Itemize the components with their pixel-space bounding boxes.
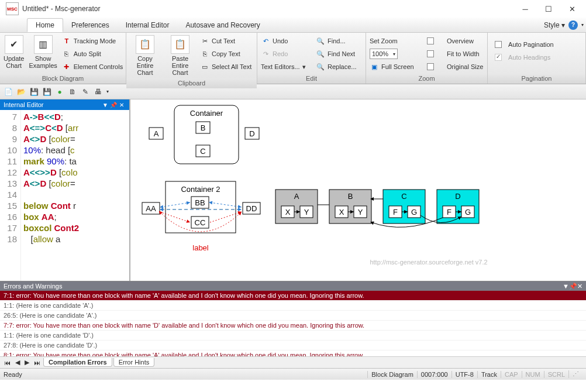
orig-size-button[interactable]: Original Size xyxy=(426,61,484,73)
auto-split-button[interactable]: ⎘Auto Split xyxy=(61,48,124,60)
save-icon[interactable]: 💾 xyxy=(29,87,39,97)
svg-text:X: X xyxy=(339,208,344,216)
error-row[interactable]: 8:1: error: You have more than one block… xyxy=(0,350,586,356)
tab-preferences[interactable]: Preferences xyxy=(63,19,118,32)
svg-text:C: C xyxy=(200,147,205,156)
status-cap: CAP xyxy=(501,371,522,378)
export-icon[interactable]: 🗎 xyxy=(68,87,77,97)
workarea: Internal Editor ▼ 📌 ✕ 789101112131415161… xyxy=(0,99,586,281)
scissors-icon: ✂ xyxy=(200,36,209,46)
svg-text:C: C xyxy=(401,192,406,201)
style-dropdown[interactable]: Style ▾ xyxy=(540,21,568,29)
svg-text:AA: AA xyxy=(146,204,156,213)
tab-internal-editor[interactable]: Internal Editor xyxy=(118,19,178,32)
element-controls-button[interactable]: ✚Element Controls xyxy=(61,61,124,73)
svg-text:A: A xyxy=(154,129,159,138)
error-row[interactable]: 1:1: (Here is one candidate 'D'.) xyxy=(0,331,586,341)
new-icon[interactable]: 📄 xyxy=(4,87,13,97)
errors-close-icon[interactable]: ✕ xyxy=(577,283,582,290)
chart-canvas[interactable]: Container B C A D Container 2 BB CC AA D… xyxy=(130,99,586,281)
tracking-icon: T xyxy=(62,36,71,46)
errors-list[interactable]: 7:1: error: You have more than one block… xyxy=(0,291,586,356)
svg-text:G: G xyxy=(411,208,417,216)
fullscreen-button[interactable]: ▣Full Screen xyxy=(368,61,423,73)
svg-text:G: G xyxy=(465,208,471,216)
auto-headings-toggle[interactable]: Auto Headings xyxy=(494,51,555,63)
svg-text:B: B xyxy=(201,123,206,132)
err-prev-icon[interactable]: ◀ xyxy=(13,359,22,366)
text-editors-button[interactable]: Text Editors... ▾ xyxy=(260,61,312,73)
maximize-button[interactable]: ☐ xyxy=(537,1,560,17)
error-row[interactable]: 7:1: error: You have more than one block… xyxy=(0,291,586,301)
svg-text:F: F xyxy=(393,208,398,216)
window-title: Untitled* - Msc-generator xyxy=(22,5,513,13)
error-row[interactable]: 27:8: (Here is one candidate 'D'.) xyxy=(0,341,586,350)
status-scrl: SCRL xyxy=(544,371,568,378)
err-next-icon[interactable]: ▶ xyxy=(23,359,31,366)
error-row[interactable]: 7:7: error: You have more than one block… xyxy=(0,321,586,331)
error-row[interactable]: 1:1: (Here is one candidate 'A'.) xyxy=(0,301,586,311)
undo-button[interactable]: ↶Undo xyxy=(260,35,312,47)
resize-grip-icon[interactable]: ⋰ xyxy=(568,370,582,378)
run-icon[interactable]: ● xyxy=(55,87,64,97)
find-next-button[interactable]: 🔍Find Next xyxy=(315,48,358,60)
err-first-icon[interactable]: ⏮ xyxy=(2,359,12,366)
copy-text-button[interactable]: ⎘Copy Text xyxy=(199,48,253,60)
fit-width-button[interactable]: Fit to Width xyxy=(426,48,484,60)
tab-compilation-errors[interactable]: Compilation Errors xyxy=(43,358,112,367)
group-block-diagram: Block Diagram xyxy=(0,74,126,84)
undo-icon: ↶ xyxy=(261,36,270,46)
select-icon: ▭ xyxy=(200,62,209,71)
select-all-button[interactable]: ▭Select All Text xyxy=(199,61,253,73)
svg-text:Y: Y xyxy=(358,208,363,216)
svg-text:Y: Y xyxy=(304,208,309,216)
controls-icon: ✚ xyxy=(62,62,71,71)
close-button[interactable]: ✕ xyxy=(560,1,584,17)
redo-icon: ↷ xyxy=(261,49,270,59)
editor-pin-icon[interactable]: 📌 xyxy=(109,102,118,108)
errors-title: Errors and Warnings ▼ 📌 ✕ xyxy=(0,281,586,291)
copy-chart-button[interactable]: 📋Copy Entire Chart xyxy=(129,34,161,77)
edit-icon[interactable]: ✎ xyxy=(81,87,90,97)
status-pos: 0007:000 xyxy=(417,371,451,378)
err-last-icon[interactable]: ⏭ xyxy=(32,359,42,366)
editor-dropdown-icon[interactable]: ▼ xyxy=(101,102,109,108)
editor-title: Internal Editor ▼ 📌 ✕ xyxy=(0,99,129,110)
saveas-icon[interactable]: 💾 xyxy=(42,87,51,97)
code-editor[interactable]: 789101112131415161718 A->B<<D;A<=>C<D [a… xyxy=(0,110,129,281)
minimize-button[interactable]: ─ xyxy=(513,1,537,17)
find-button[interactable]: 🔍Find... xyxy=(315,35,358,47)
errors-pane: Errors and Warnings ▼ 📌 ✕ 7:1: error: Yo… xyxy=(0,281,586,368)
tab-error-hints[interactable]: Error Hints xyxy=(113,358,155,367)
copy-icon: ⎘ xyxy=(200,49,209,59)
overview-button[interactable]: Overview xyxy=(426,35,484,47)
show-examples-button[interactable]: ▥Show Examples xyxy=(27,34,58,70)
tab-autosave[interactable]: Autosave and Recovery xyxy=(177,19,268,32)
help-icon[interactable]: ? xyxy=(568,20,578,30)
group-edit: Edit xyxy=(257,74,366,84)
paste-chart-button[interactable]: 📋Paste Entire Chart xyxy=(164,34,197,77)
errors-dropdown-icon[interactable]: ▼ xyxy=(563,283,569,290)
replace-button[interactable]: 🔍Replace... xyxy=(315,61,358,73)
status-enc: UTF-8 xyxy=(451,371,477,378)
print-icon[interactable]: 🖶 xyxy=(94,87,103,97)
tracking-mode-button[interactable]: TTracking Mode xyxy=(61,35,124,47)
status-track: Track xyxy=(477,371,501,378)
app-icon: MSC xyxy=(6,2,19,15)
group-clipboard: Clipboard xyxy=(126,78,257,88)
zoom-input[interactable]: 100%▾ xyxy=(370,49,398,59)
auto-pagination-toggle[interactable]: Auto Pagination xyxy=(494,39,555,50)
status-ready: Ready xyxy=(4,371,22,378)
cut-text-button[interactable]: ✂Cut Text xyxy=(199,35,253,47)
errors-pin-icon[interactable]: 📌 xyxy=(569,283,577,290)
quick-toolbar: 📄 📂 💾 💾 ● 🗎 ✎ 🖶▾ xyxy=(0,84,586,99)
editor-close-icon[interactable]: ✕ xyxy=(118,102,126,108)
update-chart-button[interactable]: ✔Update Chart xyxy=(2,34,25,70)
set-zoom-label: Set Zoom xyxy=(368,35,423,47)
open-icon[interactable]: 📂 xyxy=(16,87,26,97)
error-row[interactable]: 26:5: (Here is one candidate 'A'.) xyxy=(0,311,586,321)
redo-button[interactable]: ↷Redo xyxy=(260,48,312,60)
tab-home[interactable]: Home xyxy=(27,18,63,32)
find-icon: 🔍 xyxy=(316,36,325,46)
statusbar: Ready Block Diagram 0007:000 UTF-8 Track… xyxy=(0,368,586,380)
